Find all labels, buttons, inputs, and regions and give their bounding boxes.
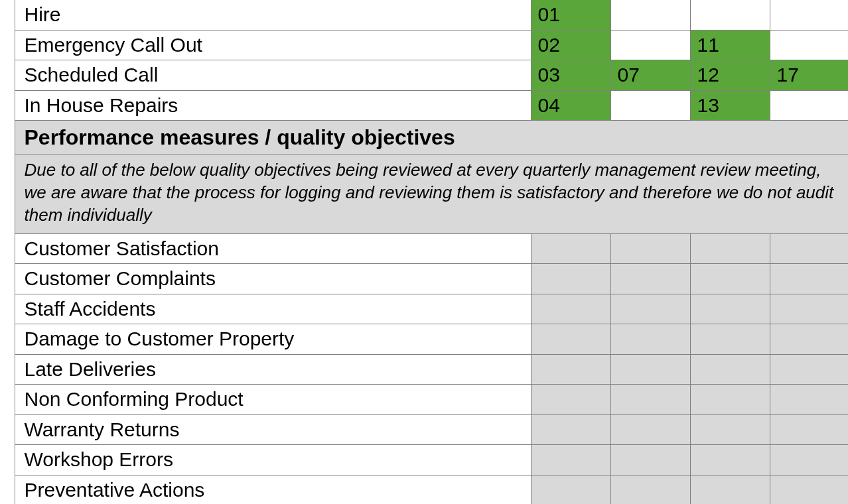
schedule-cell: 03: [531, 60, 610, 91]
measure-cell: [610, 354, 690, 385]
gutter-cell: [0, 445, 15, 475]
schedule-cell: [770, 0, 848, 30]
schedule-cell: [610, 0, 690, 30]
measure-cell: [770, 324, 848, 355]
gutter-cell: [0, 90, 15, 121]
gutter-cell: [0, 0, 15, 30]
gutter-cell: [0, 414, 15, 445]
measure-label: Customer Complaints: [15, 264, 531, 294]
schedule-cell: 12: [690, 60, 770, 91]
measure-cell: [610, 294, 690, 324]
process-label: Scheduled Call: [15, 60, 531, 91]
gutter-cell: [0, 233, 15, 264]
measure-cell: [690, 354, 770, 385]
measure-label: Damage to Customer Property: [15, 324, 531, 355]
measure-cell: [610, 385, 690, 415]
measure-cell: [531, 354, 610, 385]
process-label: Emergency Call Out: [15, 30, 531, 60]
gutter-cell: [0, 30, 15, 60]
schedule-cell: [770, 90, 848, 121]
measure-cell: [690, 385, 770, 415]
gutter-cell: [0, 155, 15, 233]
measure-cell: [610, 475, 690, 504]
measure-cell: [690, 414, 770, 445]
schedule-cell: 11: [690, 30, 770, 60]
section-note: Due to all of the below quality objectiv…: [15, 155, 848, 233]
measure-cell: [770, 354, 848, 385]
schedule-cell: [770, 30, 848, 60]
measure-cell: [690, 324, 770, 355]
measure-label: Workshop Errors: [15, 445, 531, 475]
measure-label: Staff Accidents: [15, 294, 531, 324]
measure-cell: [690, 233, 770, 264]
gutter-cell: [0, 121, 15, 155]
measure-cell: [531, 264, 610, 294]
section-header: Performance measures / quality objective…: [15, 121, 848, 155]
gutter-cell: [0, 294, 15, 324]
measure-cell: [531, 385, 610, 415]
measure-cell: [610, 233, 690, 264]
measure-cell: [610, 414, 690, 445]
schedule-cell: 07: [610, 60, 690, 91]
schedule-cell: [610, 90, 690, 121]
measure-label: Warranty Returns: [15, 414, 531, 445]
schedule-cell: 02: [531, 30, 610, 60]
measure-cell: [531, 414, 610, 445]
measure-cell: [531, 294, 610, 324]
schedule-cell: 01: [531, 0, 610, 30]
process-label: Hire: [15, 0, 531, 30]
measure-label: Preventative Actions: [15, 475, 531, 504]
measure-label: Late Deliveries: [15, 354, 531, 385]
measure-cell: [610, 445, 690, 475]
measure-label: Non Conforming Product: [15, 385, 531, 415]
measure-cell: [770, 475, 848, 504]
measure-cell: [610, 264, 690, 294]
measure-cell: [610, 324, 690, 355]
measure-cell: [690, 264, 770, 294]
gutter-cell: [0, 60, 15, 91]
measure-cell: [531, 475, 610, 504]
schedule-cell: [690, 0, 770, 30]
measure-cell: [690, 294, 770, 324]
schedule-cell: [610, 30, 690, 60]
measure-cell: [770, 264, 848, 294]
measure-label: Customer Satisfaction: [15, 233, 531, 264]
measure-cell: [531, 324, 610, 355]
measure-cell: [770, 385, 848, 415]
schedule-cell: 04: [531, 90, 610, 121]
measure-cell: [690, 475, 770, 504]
measure-cell: [770, 294, 848, 324]
process-label: In House Repairs: [15, 90, 531, 121]
gutter-cell: [0, 354, 15, 385]
gutter-cell: [0, 385, 15, 415]
schedule-cell: 17: [770, 60, 848, 91]
measure-cell: [531, 445, 610, 475]
gutter-cell: [0, 324, 15, 355]
gutter-cell: [0, 264, 15, 294]
measure-cell: [690, 445, 770, 475]
measure-cell: [770, 233, 848, 264]
measure-cell: [770, 414, 848, 445]
gutter-cell: [0, 475, 15, 504]
audit-schedule-table: Hire01Emergency Call Out0211Scheduled Ca…: [0, 0, 848, 504]
measure-cell: [770, 445, 848, 475]
measure-cell: [531, 233, 610, 264]
schedule-cell: 13: [690, 90, 770, 121]
